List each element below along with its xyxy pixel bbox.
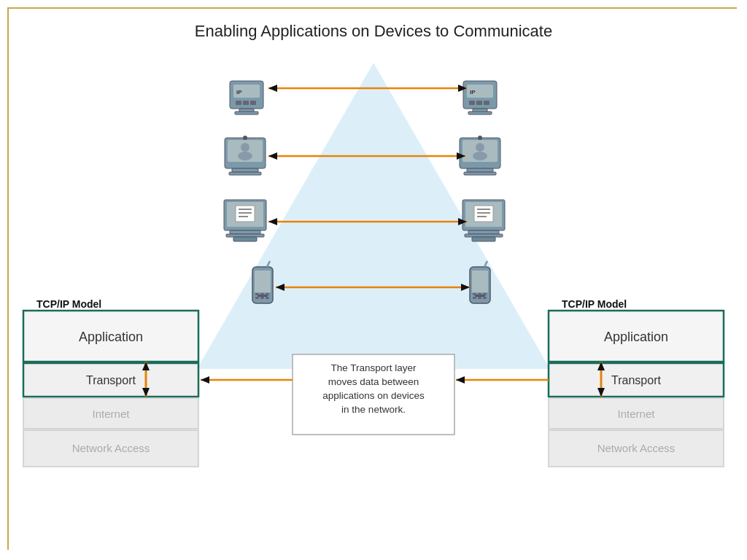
svg-marker-107 <box>456 376 465 384</box>
svg-point-30 <box>473 152 487 160</box>
svg-marker-80 <box>461 284 470 291</box>
svg-marker-19 <box>458 85 467 92</box>
svg-rect-4 <box>243 101 249 105</box>
svg-text:Network Access: Network Access <box>72 442 150 454</box>
svg-line-67 <box>267 261 270 267</box>
diagram-area: IP IP <box>0 48 747 544</box>
svg-rect-8 <box>235 112 258 114</box>
svg-text:Network Access: Network Access <box>597 442 676 454</box>
svg-rect-91 <box>549 363 724 397</box>
svg-marker-36 <box>457 152 465 160</box>
svg-rect-20 <box>225 138 266 168</box>
svg-rect-3 <box>236 101 241 105</box>
svg-rect-27 <box>460 138 500 168</box>
page-title: Enabling Applications on Devices to Comm… <box>0 22 747 41</box>
svg-text:Transport: Transport <box>611 374 661 386</box>
svg-rect-73 <box>483 293 487 295</box>
svg-text:Application: Application <box>604 330 668 344</box>
svg-rect-64 <box>255 297 259 299</box>
svg-line-77 <box>484 261 487 267</box>
svg-rect-9 <box>463 81 497 109</box>
svg-rect-32 <box>464 172 496 175</box>
svg-rect-62 <box>260 293 264 295</box>
svg-rect-81 <box>23 311 198 362</box>
svg-rect-28 <box>462 140 498 162</box>
svg-rect-7 <box>239 109 254 112</box>
svg-rect-60 <box>258 295 268 297</box>
svg-rect-61 <box>255 293 259 295</box>
svg-rect-46 <box>462 200 505 230</box>
svg-rect-45 <box>233 237 257 241</box>
svg-marker-79 <box>276 284 285 291</box>
svg-point-26 <box>243 136 247 140</box>
svg-rect-21 <box>228 140 263 162</box>
svg-text:Application: Application <box>79 330 143 344</box>
svg-marker-109 <box>142 362 150 370</box>
svg-text:IP: IP <box>470 89 476 96</box>
svg-point-29 <box>476 143 484 152</box>
svg-rect-13 <box>484 101 489 105</box>
svg-rect-63 <box>266 293 269 295</box>
svg-rect-54 <box>472 237 495 241</box>
svg-point-22 <box>241 143 249 152</box>
svg-rect-48 <box>474 206 493 222</box>
svg-text:moves data between: moves data between <box>328 376 419 387</box>
svg-rect-37 <box>224 200 266 230</box>
svg-rect-10 <box>467 85 493 98</box>
svg-rect-12 <box>476 101 482 105</box>
svg-rect-82 <box>23 363 198 397</box>
svg-text:in the network.: in the network. <box>341 404 406 415</box>
svg-rect-65 <box>260 297 264 299</box>
svg-text:TCP/IP Model: TCP/IP Model <box>36 298 101 310</box>
svg-rect-92 <box>549 398 724 429</box>
svg-rect-69 <box>472 271 488 292</box>
svg-text:Internet: Internet <box>618 408 656 420</box>
svg-point-23 <box>238 152 252 160</box>
svg-rect-71 <box>473 293 476 295</box>
svg-rect-59 <box>255 271 271 292</box>
svg-rect-53 <box>465 234 503 237</box>
svg-rect-52 <box>468 230 499 234</box>
svg-marker-56 <box>268 218 277 225</box>
svg-marker-18 <box>268 85 277 92</box>
svg-text:The Transport layer: The Transport layer <box>330 362 417 373</box>
svg-rect-84 <box>23 430 198 467</box>
svg-text:TCP/IP Model: TCP/IP Model <box>562 298 627 310</box>
svg-rect-16 <box>468 112 492 114</box>
svg-text:Transport: Transport <box>86 374 136 386</box>
svg-rect-99 <box>293 354 454 435</box>
svg-rect-76 <box>483 297 487 299</box>
svg-rect-83 <box>23 398 198 429</box>
svg-text:applications on devices: applications on devices <box>322 390 425 401</box>
svg-rect-2 <box>233 85 260 98</box>
svg-marker-112 <box>597 362 605 370</box>
svg-marker-113 <box>597 388 605 397</box>
svg-rect-68 <box>470 267 490 303</box>
svg-marker-57 <box>458 218 467 225</box>
svg-rect-75 <box>478 297 481 299</box>
svg-rect-39 <box>236 206 255 222</box>
diagram-svg: IP IP <box>0 48 747 559</box>
svg-marker-110 <box>142 388 150 397</box>
svg-rect-74 <box>473 297 476 299</box>
svg-point-33 <box>478 136 482 140</box>
svg-rect-47 <box>465 202 502 227</box>
svg-marker-105 <box>201 376 209 384</box>
svg-rect-24 <box>232 168 258 172</box>
svg-text:Internet: Internet <box>93 408 131 420</box>
svg-rect-31 <box>467 168 493 172</box>
svg-rect-38 <box>227 202 263 227</box>
svg-rect-93 <box>549 430 724 467</box>
svg-rect-66 <box>266 297 269 299</box>
svg-rect-72 <box>478 293 481 295</box>
svg-rect-90 <box>549 311 724 362</box>
svg-marker-35 <box>268 152 277 160</box>
svg-text:IP: IP <box>236 89 242 96</box>
svg-rect-70 <box>475 295 485 297</box>
svg-rect-58 <box>252 267 273 303</box>
svg-rect-1 <box>230 81 263 109</box>
svg-rect-44 <box>226 234 264 237</box>
svg-rect-43 <box>230 230 260 234</box>
svg-rect-11 <box>469 101 475 105</box>
svg-rect-5 <box>250 101 256 105</box>
